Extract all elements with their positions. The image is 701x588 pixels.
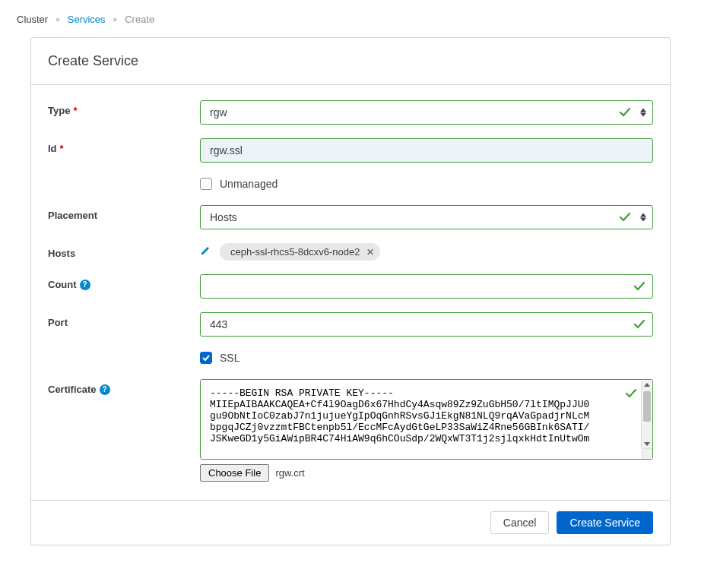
breadcrumb-services[interactable]: Services [68,14,106,25]
select-chevron-icon [640,213,646,222]
row-id: Id * [48,138,653,163]
scroll-down-icon[interactable] [644,442,650,446]
input-col-hosts: ceph-ssl-rhcs5-8dcxv6-node2 ✕ [200,243,653,261]
check-icon [625,387,637,402]
row-placement: Placement Hosts [48,205,653,229]
create-service-button[interactable]: Create Service [557,511,653,534]
check-icon [619,211,631,223]
breadcrumb-sep: » [56,15,60,24]
cancel-button[interactable]: Cancel [490,511,550,534]
placement-select[interactable]: Hosts [200,205,653,229]
label-id-text: Id [48,143,57,154]
breadcrumb-create: Create [125,14,154,25]
host-tag-label: ceph-ssl-rhcs5-8dcxv6-node2 [230,246,360,258]
card-body: Type * rgw Id * [31,85,670,500]
input-col-count [200,274,653,299]
placement-select-value: Hosts [210,211,237,223]
ssl-label: SSL [220,352,239,364]
label-port-text: Port [48,317,68,328]
type-select-value: rgw [210,106,227,119]
breadcrumb-cluster: Cluster [17,14,48,25]
check-icon [619,106,631,119]
label-hosts: Hosts [48,243,200,259]
check-icon [633,318,645,330]
textarea-resizer[interactable] [642,448,652,459]
unmanaged-checkbox-row: Unmanaged [200,176,653,191]
label-unmanaged-spacer [48,176,200,181]
unmanaged-label: Unmanaged [220,178,278,190]
ssl-checkbox[interactable] [200,352,212,364]
unmanaged-checkbox[interactable] [200,178,212,190]
edit-hosts-icon[interactable] [200,245,211,258]
help-icon[interactable]: ? [100,384,110,395]
input-col-certificate: Choose File rgw.crt [200,379,653,482]
required-icon: * [73,105,77,116]
host-tag: ceph-ssl-rhcs5-8dcxv6-node2 ✕ [220,243,380,261]
hosts-tag-area: ceph-ssl-rhcs5-8dcxv6-node2 ✕ [200,243,653,261]
label-count-text: Count [48,279,77,290]
label-certificate: Certificate ? [48,379,200,395]
input-col-unmanaged: Unmanaged [200,176,653,191]
row-count: Count ? [48,274,653,299]
input-col-port [200,312,653,337]
label-port: Port [48,312,200,328]
label-placement-text: Placement [48,210,97,221]
row-certificate: Certificate ? Choose File [48,379,653,482]
row-unmanaged: Unmanaged [48,176,653,191]
certificate-textarea-wrap [200,379,653,460]
label-placement: Placement [48,205,200,221]
input-col-type: rgw [200,100,653,125]
ssl-checkbox-row: SSL [200,350,653,365]
breadcrumb: Cluster » Services » Create [17,14,684,25]
help-icon[interactable]: ? [80,280,90,290]
id-input[interactable] [200,138,653,163]
required-icon: * [60,143,64,154]
check-icon [633,280,645,292]
create-service-card: Create Service Type * rgw Id [30,37,671,545]
label-id: Id * [48,138,200,154]
row-hosts: Hosts ceph-ssl-rhcs5-8dcxv6-node2 ✕ [48,243,653,261]
label-hosts-text: Hosts [48,248,75,259]
row-port: Port [48,312,653,337]
scroll-up-icon[interactable] [644,383,650,387]
remove-host-icon[interactable]: ✕ [366,247,374,258]
label-type-text: Type [48,105,70,116]
card-title: Create Service [31,38,670,85]
row-type: Type * rgw [48,100,653,125]
input-col-id [200,138,653,163]
select-chevron-icon [640,109,646,117]
card-footer: Cancel Create Service [31,500,670,545]
type-select[interactable]: rgw [200,100,653,125]
breadcrumb-sep: » [113,15,118,24]
count-input[interactable] [200,274,653,299]
port-input[interactable] [200,312,653,337]
row-ssl: SSL [48,350,653,365]
input-col-ssl: SSL [200,350,653,365]
certificate-textarea[interactable] [201,380,652,459]
textarea-scrollbar[interactable] [641,381,652,448]
certificate-file-row: Choose File rgw.crt [200,464,653,482]
input-col-placement: Hosts [200,205,653,229]
choose-file-button[interactable]: Choose File [200,464,269,482]
chosen-file-name: rgw.crt [275,467,304,479]
label-count: Count ? [48,274,200,290]
label-ssl-spacer [48,350,200,355]
label-certificate-text: Certificate [48,384,97,395]
label-type: Type * [48,100,200,116]
